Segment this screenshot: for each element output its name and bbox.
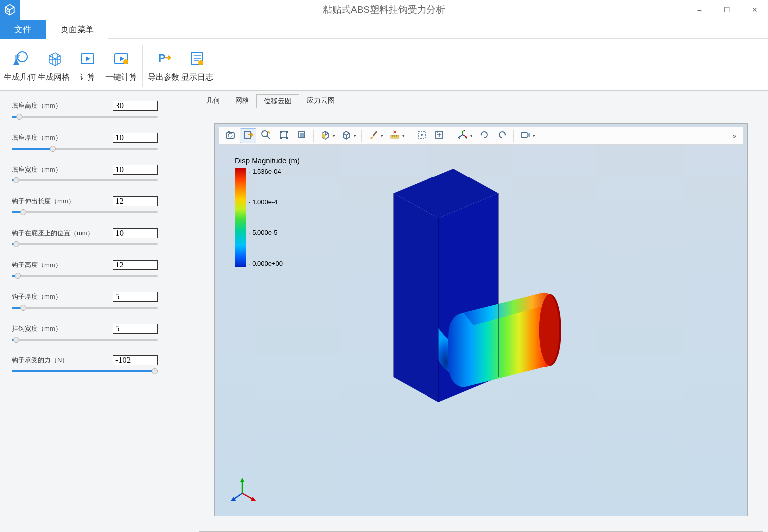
minimize-button[interactable]: –	[686, 0, 713, 20]
mesh-icon	[45, 48, 62, 68]
render-canvas[interactable]: ▾▾▾✕▾zxy▾▾» Disp Magnitude (m) · 1.536e-…	[214, 123, 748, 516]
square-icon	[296, 129, 307, 142]
param-input-0[interactable]	[113, 101, 158, 111]
file-tab[interactable]: 文件	[0, 20, 46, 39]
ribbon-onekey-button[interactable]: 一键计算	[104, 43, 138, 88]
svg-line-41	[325, 133, 328, 135]
param-label: 底座高度（mm）	[12, 101, 62, 110]
param-slider-0[interactable]	[12, 113, 158, 120]
maximize-button[interactable]: ☐	[713, 0, 741, 20]
param-slider-5[interactable]	[12, 272, 158, 279]
ribbon-mesh-button[interactable]: 生成网格	[37, 43, 71, 88]
param-input-2[interactable]	[113, 165, 158, 175]
param-slider-3[interactable]	[12, 208, 158, 215]
param-row-7: 挂钩宽度（mm）	[12, 324, 158, 343]
svg-rect-63	[521, 133, 527, 137]
canvas-tool-rotate-ccw[interactable]	[494, 128, 511, 143]
svg-rect-34	[280, 137, 282, 139]
canvas-tool-fit-extents[interactable]	[431, 128, 448, 143]
param-label: 钩子伸出长度（mm）	[12, 197, 75, 206]
svg-point-24	[198, 60, 203, 65]
canvas-tool-cube-wire[interactable]	[338, 128, 355, 143]
toolbar-overflow-icon[interactable]: »	[728, 132, 740, 140]
legend-ticks: · 1.536e-04· 1.000e-4· 5.000e-5· 0.000e+…	[249, 168, 283, 267]
canvas-tool-square[interactable]	[293, 128, 310, 143]
canvas-tool-select-dashed[interactable]	[413, 128, 430, 143]
ribbon-geometry-button[interactable]: 生成几何	[3, 43, 37, 88]
chevron-down-icon[interactable]: ▾	[533, 133, 537, 138]
ribbon-log-button[interactable]: 显示日志	[180, 43, 214, 88]
param-label: 钩子在底座上的位置（mm）	[12, 229, 94, 238]
legend-tick: · 0.000e+00	[249, 260, 283, 267]
svg-marker-66	[394, 193, 438, 402]
camera-icon	[225, 129, 236, 142]
view-tab-2[interactable]: 位移云图	[256, 94, 299, 108]
param-input-7[interactable]	[113, 324, 158, 334]
view-tab-0[interactable]: 几何	[199, 94, 228, 108]
chevron-down-icon[interactable]: ▾	[333, 133, 337, 138]
canvas-tool-axes[interactable]: zxy	[454, 128, 471, 143]
chevron-down-icon[interactable]: ▾	[381, 133, 385, 138]
chevron-down-icon[interactable]: ▾	[470, 133, 475, 138]
param-input-6[interactable]	[113, 292, 158, 302]
param-input-5[interactable]	[113, 260, 158, 270]
view-tab-1[interactable]: 网格	[228, 94, 256, 108]
param-row-4: 钩子在底座上的位置（mm）	[12, 228, 158, 247]
canvas-tool-rotate-cw[interactable]	[476, 128, 493, 143]
param-row-8: 钩子承受的力（N）	[12, 355, 158, 374]
zoom-wand-icon	[260, 129, 271, 142]
param-row-0: 底座高度（mm）	[12, 101, 158, 120]
ribbon-export-button[interactable]: P导出参数	[147, 43, 180, 88]
view-tab-3[interactable]: 应力云图	[299, 94, 342, 108]
ribbon-label: 计算	[80, 72, 95, 83]
param-label: 钩子高度（mm）	[12, 261, 62, 269]
log-icon	[189, 48, 206, 68]
brush-icon	[368, 129, 379, 142]
canvas-tool-cube-front[interactable]	[317, 128, 334, 143]
export-icon: P	[155, 48, 172, 68]
param-row-1: 底座厚度（mm）	[12, 133, 158, 152]
close-button[interactable]: ✕	[741, 0, 768, 20]
legend-tick: · 1.536e-04	[249, 168, 283, 175]
param-input-3[interactable]	[113, 196, 158, 206]
canvas-tool-zoom-wand[interactable]	[257, 128, 274, 143]
svg-text:P: P	[158, 52, 166, 64]
param-slider-2[interactable]	[12, 177, 158, 183]
svg-rect-27	[228, 131, 230, 133]
svg-point-53	[421, 134, 423, 136]
chevron-down-icon[interactable]: ▾	[402, 133, 407, 138]
param-input-8[interactable]	[113, 355, 158, 365]
svg-text:x: x	[465, 136, 467, 140]
canvas-tool-brush[interactable]	[365, 128, 382, 143]
chevron-down-icon[interactable]: ▾	[354, 133, 358, 138]
ribbon-label: 一键计算	[105, 72, 137, 83]
svg-marker-74	[240, 478, 244, 482]
compute-icon	[79, 48, 96, 68]
param-input-1[interactable]	[113, 133, 158, 143]
onekey-icon	[113, 48, 130, 68]
param-slider-7[interactable]	[12, 336, 158, 343]
param-label: 挂钩宽度（mm）	[12, 324, 62, 333]
fea-model-view	[344, 164, 593, 442]
page-menu-tab[interactable]: 页面菜单	[46, 20, 108, 39]
ribbon-compute-button[interactable]: 计算	[71, 43, 104, 88]
cube-wire-icon	[341, 129, 352, 142]
param-slider-8[interactable]	[12, 367, 158, 374]
canvas-tool-ruler-x[interactable]: ✕	[386, 128, 403, 143]
canvas-tool-export-arrow[interactable]	[240, 128, 256, 143]
svg-rect-37	[300, 133, 304, 137]
svg-text:y: y	[458, 136, 460, 140]
param-slider-4[interactable]	[12, 240, 158, 247]
ruler-x-icon: ✕	[389, 129, 400, 142]
canvas-tool-video-camera[interactable]	[517, 128, 534, 143]
legend-tick: · 1.000e-4	[249, 198, 283, 206]
param-label: 底座宽度（mm）	[12, 165, 62, 174]
param-input-4[interactable]	[113, 228, 158, 238]
canvas-tool-camera[interactable]	[222, 128, 239, 143]
canvas-tool-box-handles[interactable]	[275, 128, 292, 143]
param-slider-1[interactable]	[12, 145, 158, 152]
ribbon-toolbar: 生成几何生成网格计算一键计算P导出参数显示日志	[0, 38, 768, 90]
param-slider-6[interactable]	[12, 304, 158, 311]
export-arrow-icon	[243, 129, 254, 142]
param-row-2: 底座宽度（mm）	[12, 165, 158, 183]
